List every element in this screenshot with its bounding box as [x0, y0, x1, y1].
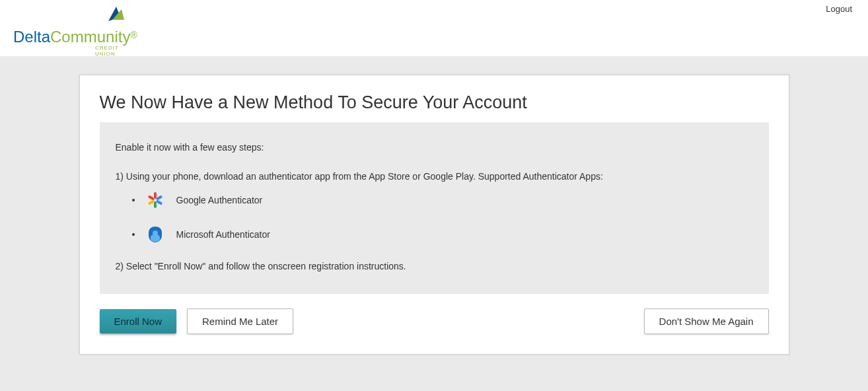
- button-row: Enroll Now Remind Me Later Don't Show Me…: [100, 308, 769, 334]
- logo-text-delta: Delta: [13, 28, 50, 46]
- card-title: We Now Have a New Method To Secure Your …: [100, 92, 769, 113]
- svg-rect-4: [147, 195, 155, 200]
- step-2-text: 2) Select "Enroll Now" and follow the on…: [116, 261, 753, 271]
- enrollment-card: We Now Have a New Method To Secure Your …: [79, 75, 789, 355]
- logout-link[interactable]: Logout: [826, 4, 852, 14]
- logo: DeltaCommunity® CREDIT UNION: [13, 7, 127, 26]
- list-item: Google Authenticator: [142, 191, 753, 209]
- svg-rect-5: [155, 195, 163, 200]
- dont-show-me-again-button[interactable]: Don't Show Me Again: [644, 308, 769, 334]
- app-label: Google Authenticator: [176, 195, 263, 205]
- enroll-now-button[interactable]: Enroll Now: [100, 309, 177, 334]
- intro-text: Enable it now with a few easy steps:: [116, 142, 753, 153]
- instructions-panel: Enable it now with a few easy steps: 1) …: [100, 122, 769, 294]
- svg-rect-2: [147, 199, 155, 205]
- google-authenticator-icon: [146, 191, 164, 209]
- svg-rect-1: [155, 199, 163, 205]
- logo-icon: [106, 5, 127, 26]
- app-label: Microsoft Authenticator: [176, 229, 270, 240]
- list-item: Microsoft Authenticator: [142, 225, 753, 244]
- content-area: We Now Have a New Method To Secure Your …: [0, 56, 868, 391]
- microsoft-authenticator-icon: [146, 225, 164, 244]
- authenticator-apps-list: Google Authenticator Microsoft Authentic…: [142, 191, 753, 244]
- step-1-text: 1) Using your phone, download an authent…: [116, 171, 753, 182]
- header: DeltaCommunity® CREDIT UNION Logout: [0, 0, 868, 56]
- logo-text-community: Community: [50, 28, 130, 46]
- logo-subtext: CREDIT UNION: [95, 45, 127, 57]
- svg-rect-3: [154, 201, 157, 208]
- remind-me-later-button[interactable]: Remind Me Later: [187, 308, 293, 334]
- svg-rect-0: [154, 192, 157, 199]
